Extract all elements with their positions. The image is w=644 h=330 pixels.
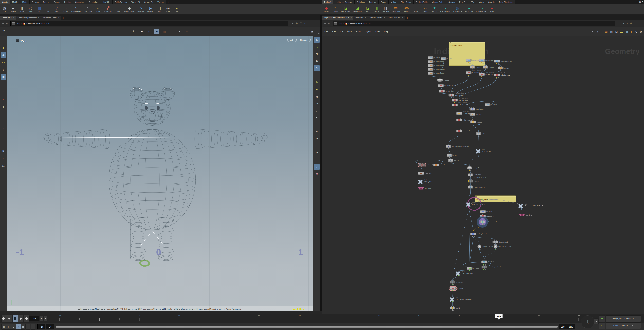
network-node-OUT_Animation[interactable]: NullOUT_Animation xyxy=(456,271,474,276)
select-tool-icon[interactable]: ➤ xyxy=(139,29,144,34)
shelf-tab-particle-fluids[interactable]: Particle Fluids xyxy=(414,0,430,4)
handles-axis-icon[interactable]: ⇉ xyxy=(0,111,6,117)
sticky-note-icon[interactable]: ▬ xyxy=(620,30,623,33)
shelf-tab-grains[interactable]: Grains xyxy=(378,0,388,4)
sticky-note[interactable]: Character Build xyxy=(449,42,485,66)
pane-tab-tree-view[interactable]: Tree View✕ xyxy=(353,16,368,20)
jump-start-button[interactable] xyxy=(1,315,7,322)
shelf-tool-line[interactable]: ╱Line xyxy=(52,5,61,13)
uv-checker-icon[interactable]: ▦ xyxy=(314,171,320,177)
network-node-vdbsdfunion5[interactable]: VDB Combinevdbsdfunion5 xyxy=(494,72,510,78)
network-node-mirror4[interactable]: mirror4 xyxy=(470,113,481,116)
back-icon[interactable]: ◀ xyxy=(324,22,326,24)
shelf-tool-spiral[interactable]: @Spiral xyxy=(164,5,172,13)
node-wire[interactable] xyxy=(451,97,455,99)
color-bucket-icon[interactable]: ◆ xyxy=(631,30,633,33)
shelf-tool-objparms[interactable]: OBJ+ObjParms xyxy=(402,5,412,13)
shade-link-icon[interactable]: ◐ xyxy=(304,22,306,24)
scale-tool-icon[interactable]: ↕ xyxy=(0,97,6,102)
node-wire[interactable] xyxy=(497,69,501,74)
step-forward-button[interactable]: ▕▶ xyxy=(44,316,47,321)
network-node-convertvdb1[interactable]: convertvdb1 xyxy=(456,129,472,133)
camera-select-pill[interactable]: No cam ▾ xyxy=(298,38,311,42)
export-playbar-icon[interactable]: ▤ xyxy=(1,324,6,330)
forward-icon[interactable]: ▶ xyxy=(328,22,330,24)
range-end-field[interactable]: 288 xyxy=(559,324,567,329)
shelf-tool-file[interactable]: ▤File xyxy=(155,5,164,13)
network-node-autouv1[interactable]: autouv1 xyxy=(448,159,460,164)
network-node-material2[interactable]: material2 xyxy=(418,172,431,175)
menu-edit[interactable]: Edit xyxy=(330,30,338,33)
prev-frame-button[interactable] xyxy=(7,315,12,322)
shelf-tab-rigid-bodies[interactable]: Rigid Bodies xyxy=(399,0,414,4)
paint-marker-icon[interactable]: ◝ xyxy=(314,122,320,128)
snap-magnet-icon[interactable]: ∩ xyxy=(0,141,6,147)
add-light-icon[interactable]: ⊕ xyxy=(314,79,320,85)
pane-tab-animation-editor[interactable]: Animation Editor✕ xyxy=(41,16,61,20)
network-node-sphere3[interactable]: sphere3 xyxy=(485,103,497,107)
realtime-toggle-icon[interactable]: ◔ xyxy=(16,324,21,330)
snip-wire-icon[interactable]: ✕ xyxy=(591,30,594,33)
pin-icon[interactable]: ⌖ xyxy=(627,22,628,24)
node-wire[interactable] xyxy=(473,235,495,240)
node-wire[interactable] xyxy=(497,63,501,66)
shelf-tool-platonic-solids[interactable]: ◆Platonic Solids xyxy=(122,5,136,13)
close-tab-icon[interactable]: ✕ xyxy=(365,16,366,20)
rotate-tool-icon[interactable]: ↻ xyxy=(0,89,6,95)
secure-selection-lock-icon[interactable]: ⊡ xyxy=(0,74,6,80)
shelf-tool-torus[interactable]: ◎Torus xyxy=(26,5,35,13)
transform-handles-icon[interactable]: ⇄ xyxy=(146,29,152,34)
shelf-tab-rigging[interactable]: Rigging xyxy=(62,0,73,4)
visibility-icon[interactable]: ◉ xyxy=(640,30,642,33)
shelf-tab-vellum[interactable]: Vellum xyxy=(388,0,398,4)
shelf-tool-redshift[interactable]: ◆Redshift xyxy=(322,5,331,13)
path-field[interactable]: obj › Character_Animation_V01 xyxy=(332,21,616,26)
playback-end-field[interactable]: 288 xyxy=(567,324,575,329)
backface-plane-icon[interactable]: ◣ xyxy=(314,164,320,170)
network-node-transform1[interactable]: transform1 xyxy=(470,107,484,111)
window-button-1[interactable]: ▾ xyxy=(642,0,643,3)
construction-plane-icon[interactable]: ▭ xyxy=(0,60,6,65)
search-icon[interactable]: ⊙ xyxy=(635,30,638,33)
network-node-rop_fbx1[interactable]: rop_fbx1 xyxy=(418,187,431,189)
headlight-off-icon[interactable]: ⊗ xyxy=(314,58,320,64)
shelf-tool-camparms[interactable]: CAM+CamParms xyxy=(390,5,402,13)
network-node-flatten1[interactable]: flatten1 xyxy=(468,179,479,183)
current-frame-marker[interactable]: 240 xyxy=(495,314,502,323)
shelf-tab-constraints[interactable]: Constraints xyxy=(86,0,100,4)
pane-tab-add-button[interactable]: + xyxy=(61,16,66,20)
shelf-tool-options[interactable]: ≡Options xyxy=(331,5,340,13)
shelf-tab-viscous-fluids[interactable]: Viscous Fluids xyxy=(430,0,446,4)
breadcrumb-node[interactable]: Character_Animation_V01 xyxy=(22,21,50,26)
objects-cone-icon[interactable]: ▲ xyxy=(0,45,6,51)
shelf-tab-wires[interactable]: Wires xyxy=(477,0,486,4)
network-node-deletejoints1[interactable]: deletejoints1 xyxy=(493,240,508,245)
shelf-tool-usdproc[interactable]: ▱USDProc xyxy=(420,5,430,13)
menu-view[interactable]: View xyxy=(345,30,354,33)
audio-icon[interactable]: ◍ xyxy=(6,324,11,330)
shelf-tab-model[interactable]: Model xyxy=(20,0,30,4)
shelf-tab-oceans[interactable]: Oceans xyxy=(446,0,457,4)
flipbook-icon[interactable]: ▷ xyxy=(314,108,320,113)
network-node-rigpose1_Body[interactable]: rigpose1_Body xyxy=(478,245,493,250)
shelf-tab-lights-and-cameras[interactable]: Lights and Cameras xyxy=(333,0,354,4)
shelf-tab-create[interactable]: Create xyxy=(0,0,10,4)
network-node-uvquickshade1[interactable]: uvquickshade1 xyxy=(468,185,485,189)
pane-tab-scene-view[interactable]: Scene View✕ xyxy=(0,16,16,20)
key-mode-dropdown[interactable]: Key All Channels▲▼ xyxy=(606,323,641,329)
shelf-tab-particles[interactable]: Particles xyxy=(367,0,378,4)
node-wire[interactable] xyxy=(448,132,459,145)
shelf-tool-renderview[interactable]: ◪RenderView xyxy=(340,5,352,13)
curve-handle-icon[interactable]: ⌐ xyxy=(314,157,320,163)
shelf-tab-characters[interactable]: Characters xyxy=(73,0,86,4)
close-tab-icon[interactable]: ✕ xyxy=(38,16,39,20)
lens-icon[interactable]: ◎ xyxy=(0,163,6,169)
network-node-sphere1[interactable]: sphere1 xyxy=(428,56,440,59)
show-handles-icon[interactable]: ▣ xyxy=(154,29,160,34)
gear-select-icon[interactable]: ∗ xyxy=(177,29,182,34)
network-node-mirror2[interactable]: mirror2 xyxy=(483,65,494,69)
shelf-tool-rslightportal[interactable]: ▭RSLightPortal xyxy=(475,5,488,13)
prim-numbers-icon[interactable]: 12 xyxy=(314,150,320,156)
view-direction-pill[interactable]: Left ▾ xyxy=(288,38,296,42)
dopesheet-icon[interactable]: ▦ xyxy=(21,324,26,330)
